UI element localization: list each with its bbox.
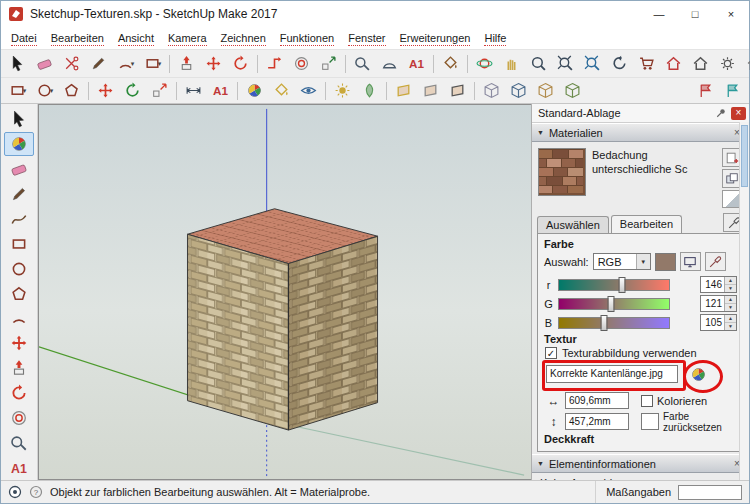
home-button[interactable] xyxy=(741,52,750,76)
protractor-tool-button[interactable] xyxy=(376,52,403,76)
scale-tool-button[interactable] xyxy=(315,52,342,76)
tab-auswaehlen[interactable]: Auswählen xyxy=(537,216,609,233)
spin-up-icon[interactable]: ▲ xyxy=(725,277,736,285)
tray-scrollbar-thumb[interactable] xyxy=(741,125,748,187)
green-value-spinner[interactable]: 121 ▲▼ xyxy=(700,295,737,312)
scissors-tool-button[interactable] xyxy=(58,52,85,76)
model-info-button[interactable] xyxy=(714,52,741,76)
rectangle-tool-button[interactable] xyxy=(4,232,34,256)
colorize-checkbox[interactable] xyxy=(641,395,653,407)
red-value-spinner[interactable]: 146 ▲▼ xyxy=(700,276,737,293)
orbit-tool-button[interactable] xyxy=(471,52,498,76)
tape-measure-tool-button[interactable] xyxy=(349,52,376,76)
red-slider-thumb[interactable] xyxy=(618,277,625,293)
paint-bucket-tool-button[interactable] xyxy=(437,52,464,76)
dimension-tool-button[interactable] xyxy=(180,79,207,103)
geo-location-button[interactable] xyxy=(719,79,746,103)
match-screen-color-button[interactable] xyxy=(680,252,701,271)
collapse-triangle-icon[interactable]: ▼ xyxy=(537,129,544,136)
spin-up-icon[interactable]: ▲ xyxy=(725,296,736,304)
circle-tool-button[interactable] xyxy=(4,257,34,281)
menu-ansicht[interactable]: Ansicht xyxy=(111,30,161,46)
fog-toggle-button[interactable] xyxy=(356,79,383,103)
geolocation-status-icon[interactable] xyxy=(8,485,22,499)
reset-color-button[interactable]: Farbe zurücksetzen xyxy=(633,411,737,433)
shadows-toggle-button[interactable] xyxy=(329,79,356,103)
blue-value-spinner[interactable]: 105 ▲▼ xyxy=(700,314,737,331)
materials-browser-button[interactable] xyxy=(268,79,295,103)
select-tool-button[interactable] xyxy=(4,52,31,76)
viewport-canvas[interactable] xyxy=(39,105,531,479)
shaded-style-button[interactable] xyxy=(532,79,559,103)
hidden-geometry-toggle-button[interactable] xyxy=(295,79,322,103)
get-models-button[interactable] xyxy=(633,52,660,76)
dropdown-caret-icon[interactable]: ▾ xyxy=(131,60,135,68)
blue-slider[interactable] xyxy=(558,317,670,329)
share-model-button[interactable] xyxy=(660,52,687,76)
blue-slider-thumb[interactable] xyxy=(601,315,608,331)
blue-value[interactable]: 105 xyxy=(701,315,724,330)
dropdown-caret-icon[interactable]: ▾ xyxy=(158,60,162,68)
textured-style-button[interactable] xyxy=(559,79,586,103)
credits-status-icon[interactable]: ? xyxy=(29,485,43,499)
offset-tool-button[interactable] xyxy=(288,52,315,76)
scale-2-tool-button[interactable] xyxy=(146,79,173,103)
add-location-button[interactable] xyxy=(692,79,719,103)
pan-tool-button[interactable] xyxy=(498,52,525,76)
use-texture-checkbox[interactable]: ✓ xyxy=(545,347,557,359)
shape-tools-dropdown-button[interactable]: ▾ xyxy=(139,52,166,76)
match-model-color-button[interactable] xyxy=(705,252,726,271)
arc-tool-button[interactable] xyxy=(4,307,34,331)
entity-info-section-header[interactable]: ▼ Elementinformationen × xyxy=(532,454,749,473)
tray-scrollbar[interactable] xyxy=(739,122,749,480)
section-cut-toggle-button[interactable] xyxy=(444,79,471,103)
spin-down-icon[interactable]: ▼ xyxy=(725,304,736,311)
paint-tool-button[interactable] xyxy=(241,79,268,103)
menu-hilfe[interactable]: Hilfe xyxy=(477,30,513,46)
tab-bearbeiten[interactable]: Bearbeiten xyxy=(611,215,682,233)
polygon-tool-button[interactable] xyxy=(4,282,34,306)
push-pull-tool-button[interactable] xyxy=(173,52,200,76)
move-tool-button[interactable] xyxy=(4,331,34,355)
color-picker-select[interactable]: RGB ▼ xyxy=(593,253,651,270)
wireframe-style-button[interactable] xyxy=(505,79,532,103)
rotate-tool-button[interactable] xyxy=(4,381,34,405)
menu-funktionen[interactable]: Funktionen xyxy=(273,30,341,46)
tray-close-button[interactable]: × xyxy=(731,107,746,120)
texture-width-input[interactable]: 609,6mm xyxy=(565,392,629,409)
material-thumbnail[interactable] xyxy=(538,148,586,196)
move-tool-button[interactable] xyxy=(200,52,227,76)
line-tool-button[interactable] xyxy=(4,182,34,206)
dropdown-caret-icon[interactable]: ▾ xyxy=(50,87,54,95)
line-tool-button[interactable] xyxy=(85,52,112,76)
pin-icon[interactable] xyxy=(713,106,728,120)
x-ray-style-button[interactable] xyxy=(478,79,505,103)
menu-kamera[interactable]: Kamera xyxy=(161,30,214,46)
circle-tools-dropdown-button[interactable]: ▾ xyxy=(31,79,58,103)
maximize-button[interactable]: □ xyxy=(677,1,713,27)
section-plane-tool-button[interactable] xyxy=(390,79,417,103)
menu-datei[interactable]: Datei xyxy=(4,30,44,46)
zoom-tool-button[interactable] xyxy=(525,52,552,76)
model-viewport[interactable] xyxy=(38,104,531,480)
green-slider-thumb[interactable] xyxy=(608,296,615,312)
menu-zeichnen[interactable]: Zeichnen xyxy=(214,30,273,46)
offset-tool-button[interactable] xyxy=(4,406,34,430)
section-display-toggle-button[interactable] xyxy=(417,79,444,103)
cube-left-face[interactable] xyxy=(187,234,288,430)
texture-filename-input[interactable]: Korrekte Kantenlänge.jpg xyxy=(546,365,678,383)
text-annotation-tool-button[interactable]: A1 xyxy=(207,79,234,103)
menu-erweiterungen[interactable]: Erweiterungen xyxy=(393,30,478,46)
dropdown-arrow-icon[interactable]: ▼ xyxy=(636,254,650,269)
dropdown-caret-icon[interactable]: ▾ xyxy=(23,87,27,95)
follow-me-tool-button[interactable] xyxy=(261,52,288,76)
close-button[interactable]: × xyxy=(713,1,749,27)
spin-down-icon[interactable]: ▼ xyxy=(725,285,736,292)
previous-view-tool-button[interactable] xyxy=(606,52,633,76)
measurements-input[interactable] xyxy=(678,485,742,500)
green-slider[interactable] xyxy=(558,298,670,310)
texture-height-input[interactable]: 457,2mm xyxy=(565,413,629,430)
arc-tools-dropdown-button[interactable]: ▾ xyxy=(112,52,139,76)
paint-bucket-tool-button[interactable] xyxy=(4,132,34,156)
polygon-tool-button[interactable] xyxy=(58,79,85,103)
